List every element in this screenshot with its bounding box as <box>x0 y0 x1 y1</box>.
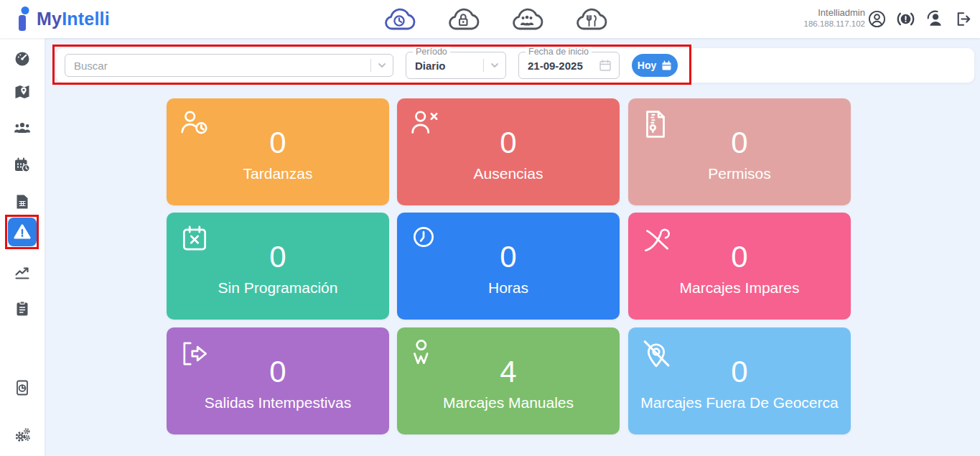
brand-my: My <box>37 9 62 29</box>
people-icon <box>14 119 31 136</box>
card-sin-programacion[interactable]: 0 Sin Programación <box>167 213 389 320</box>
user-ip: 186.188.117.102 <box>804 19 865 29</box>
user-name: Intelliadmin <box>804 7 865 19</box>
card-value: 0 <box>628 126 851 160</box>
myintelli-logo[interactable]: MyIntelli <box>17 6 110 31</box>
sidebar <box>0 38 45 456</box>
filter-bar: Período Diario Fecha de inicio 21-09-202… <box>56 48 974 83</box>
card-salidas-intempestivas[interactable]: 0 Salidas Intempestivas <box>167 327 389 434</box>
card-value: 4 <box>397 355 620 389</box>
card-label: Tardanzas <box>167 164 389 183</box>
period-label: Período <box>413 47 450 57</box>
search-input[interactable] <box>65 60 370 72</box>
card-marcajes-fuera-geocerca[interactable]: 0 Marcajes Fuera De Geocerca <box>628 327 851 434</box>
sidebar-item-analytics[interactable] <box>14 264 31 281</box>
card-ausencias[interactable]: 0 Ausencias <box>397 98 620 205</box>
period-value: Diario <box>406 60 483 72</box>
card-value: 0 <box>397 240 620 274</box>
card-value: 0 <box>167 126 389 160</box>
card-value: 0 <box>167 355 389 389</box>
search-select[interactable] <box>65 54 393 77</box>
app-header: MyIntelli <box>0 0 980 38</box>
sidebar-item-doc-reports[interactable] <box>14 379 31 396</box>
user-circle-icon[interactable] <box>867 9 887 29</box>
alert-icon[interactable] <box>896 9 915 29</box>
start-date-value: 21-09-2025 <box>519 60 599 72</box>
card-label: Marcajes Impares <box>628 279 851 297</box>
warning-triangle-icon <box>13 223 32 241</box>
card-horas[interactable]: 0 Horas <box>397 213 620 320</box>
card-value: 0 <box>397 126 620 160</box>
card-label: Marcajes Manuales <box>397 394 620 412</box>
sidebar-item-settings[interactable] <box>14 426 31 443</box>
user-info: Intelliadmin 186.188.117.102 <box>804 7 865 29</box>
cloud-clock-icon[interactable] <box>383 7 416 32</box>
card-permisos[interactable]: 0 Permisos <box>628 98 851 205</box>
map-pin-icon <box>14 83 31 101</box>
cloud-food-icon[interactable] <box>574 7 607 32</box>
card-value: 0 <box>628 355 851 389</box>
card-label: Ausencias <box>397 164 620 183</box>
card-label: Sin Programación <box>167 279 389 297</box>
calendar-icon[interactable] <box>599 59 619 72</box>
calendar-icon <box>661 60 672 71</box>
brand-intelli: Intelli <box>62 9 110 29</box>
report-table-icon <box>14 193 31 210</box>
dashboard-gauge-icon <box>14 50 31 68</box>
chevron-down-icon[interactable] <box>371 60 393 70</box>
start-date-field[interactable]: Fecha de inicio 21-09-2025 <box>518 52 620 79</box>
doc-pie-icon <box>14 379 31 396</box>
cloud-people-icon[interactable] <box>510 7 543 32</box>
clipboard-list-icon <box>14 300 31 317</box>
sidebar-item-tasks[interactable] <box>14 300 31 317</box>
brand-text: MyIntelli <box>37 9 110 29</box>
header-actions <box>867 9 973 29</box>
today-button-label: Hoy <box>638 60 656 71</box>
sidebar-item-reports[interactable] <box>14 193 31 210</box>
logout-icon[interactable] <box>953 9 973 29</box>
module-nav <box>383 7 607 32</box>
card-value: 0 <box>167 240 389 274</box>
cloud-lock-icon[interactable] <box>447 7 480 32</box>
trend-chart-icon <box>14 264 31 281</box>
card-label: Marcajes Fuera De Geocerca <box>628 394 851 412</box>
sidebar-item-dashboard[interactable] <box>14 50 31 68</box>
card-label: Salidas Intempestivas <box>167 394 389 412</box>
card-tardanzas[interactable]: 0 Tardanzas <box>167 98 389 205</box>
settings-gears-icon <box>14 426 31 443</box>
sidebar-item-people[interactable] <box>14 119 31 136</box>
sidebar-item-alerts[interactable] <box>8 218 37 246</box>
sidebar-item-map[interactable] <box>14 83 31 101</box>
today-button[interactable]: Hoy <box>632 54 678 77</box>
card-label: Permisos <box>628 164 851 183</box>
calendar-clock-icon <box>14 157 31 174</box>
myintelli-logo-icon <box>17 6 32 31</box>
card-label: Horas <box>397 279 620 297</box>
period-select[interactable]: Período Diario <box>406 52 506 79</box>
card-value: 0 <box>628 240 851 274</box>
sidebar-item-schedule[interactable] <box>14 157 31 174</box>
chevron-down-icon[interactable] <box>484 60 505 70</box>
card-marcajes-manuales[interactable]: 4 Marcajes Manuales <box>397 327 620 434</box>
start-date-label: Fecha de inicio <box>526 47 592 57</box>
support-icon[interactable] <box>925 9 944 29</box>
card-marcajes-impares[interactable]: 0 Marcajes Impares <box>628 213 851 320</box>
